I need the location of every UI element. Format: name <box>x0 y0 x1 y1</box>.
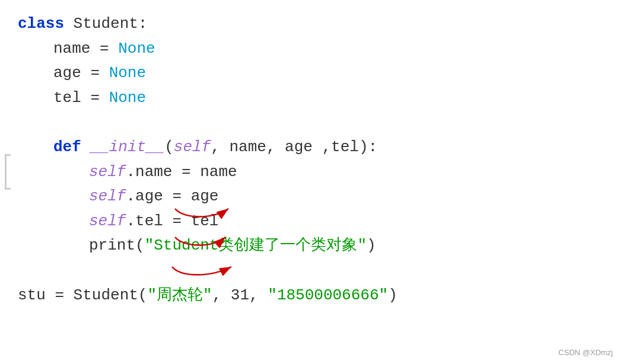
line-tel: tel = None <box>18 86 602 111</box>
watermark: CSDN @XDmzj <box>558 348 613 357</box>
line-self-name: self.name = name <box>18 160 602 185</box>
line-class: class Student: <box>18 12 602 37</box>
left-bracket <box>5 154 11 190</box>
line-empty2 <box>18 258 602 283</box>
code-block: class Student: name = None age = None te… <box>18 12 602 308</box>
line-def: def __init__(self, name, age ,tel): <box>18 135 602 160</box>
line-print: print("Student类创建了一个类对象") <box>18 234 602 258</box>
line-name: name = None <box>18 37 602 62</box>
line-empty1 <box>18 110 602 135</box>
line-age: age = None <box>18 61 602 86</box>
line-self-tel: self.tel = tel <box>18 209 602 234</box>
line-stu: stu = Student("周杰轮", 31, "18500006666") <box>18 283 602 308</box>
line-self-age: self.age = age <box>18 184 602 209</box>
code-container: class Student: name = None age = None te… <box>0 0 620 364</box>
keyword-class: class <box>18 15 64 33</box>
